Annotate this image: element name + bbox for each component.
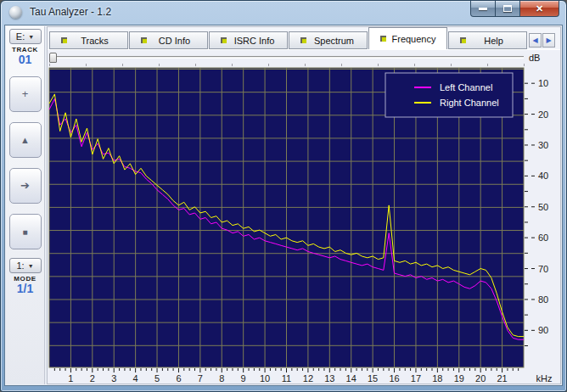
x-tick-label: 18 <box>432 373 442 384</box>
y-tick-label: 80 <box>538 294 548 305</box>
eject-icon: ▲ <box>20 135 30 145</box>
caption-buttons: ✕ <box>470 1 559 17</box>
titlebar[interactable]: Tau Analyzer - 1.2 ✕ <box>1 1 566 25</box>
next-button[interactable]: ➔ <box>9 168 42 204</box>
frequency-page: dB 123456789101112131415161718192021kHz1… <box>48 49 560 384</box>
legend-label: Right Channel <box>440 98 499 108</box>
slider-groove <box>49 56 524 59</box>
tab-scroll-right-button[interactable]: ▶ <box>542 33 555 48</box>
led-square-icon <box>221 37 227 43</box>
close-button[interactable]: ✕ <box>520 1 559 17</box>
y-tick-label: 60 <box>538 232 548 243</box>
chevron-down-icon: ▼ <box>28 263 34 269</box>
sidebar: E: ▼ TRACK 01 + ▲ ➔ ■ 1: ▼ MODE 1/1 <box>6 26 45 384</box>
legend <box>385 73 513 117</box>
mode-select[interactable]: 1: ▼ <box>9 258 42 273</box>
tab-tracks[interactable]: Tracks <box>49 31 128 49</box>
tab-cd-info[interactable]: CD Info <box>129 31 208 49</box>
x-tick-label: 20 <box>475 373 486 384</box>
close-icon: ✕ <box>536 4 543 14</box>
legend-label: Left Channel <box>440 82 492 92</box>
x-tick-label: 3 <box>111 373 116 384</box>
drive-select[interactable]: E: ▼ <box>9 29 42 44</box>
x-tick-label: 6 <box>176 373 181 384</box>
x-tick-label: 8 <box>219 373 224 384</box>
x-tick-label: 10 <box>260 373 270 384</box>
frequency-chart: 123456789101112131415161718192021kHz1020… <box>48 66 562 389</box>
window-title: Tau Analyzer - 1.2 <box>30 6 111 18</box>
x-tick-label: 11 <box>282 373 291 384</box>
x-tick-label: 1 <box>68 373 73 384</box>
x-tick-label: 2 <box>90 373 95 384</box>
y-tick-label: 70 <box>538 264 548 274</box>
x-tick-label: 21 <box>497 373 507 384</box>
x-tick-label: 14 <box>346 373 356 384</box>
arrow-left-icon: ◀ <box>532 36 537 44</box>
slider-thumb[interactable] <box>49 53 57 63</box>
minimize-icon <box>479 8 487 10</box>
y-tick-label: 90 <box>538 325 548 335</box>
y-tick-label: 50 <box>538 202 548 212</box>
x-tick-label: 7 <box>198 373 203 384</box>
y-tick-label: 40 <box>538 171 548 181</box>
y-tick-label: 30 <box>538 140 548 150</box>
plus-icon: + <box>22 87 29 100</box>
app-body: E: ▼ TRACK 01 + ▲ ➔ ■ 1: ▼ MODE 1/1 <box>4 25 563 386</box>
tab-scroll-left-button[interactable]: ◀ <box>529 33 542 48</box>
maximize-icon <box>503 5 512 12</box>
x-axis-unit-label: kHz <box>536 373 553 384</box>
stop-icon: ■ <box>22 227 27 237</box>
minimize-button[interactable] <box>470 1 496 17</box>
x-tick-label: 4 <box>133 373 138 384</box>
y-axis-unit-label: dB <box>529 53 540 63</box>
position-slider[interactable] <box>49 53 524 66</box>
maximize-button[interactable] <box>496 1 520 17</box>
mode-value: 1/1 <box>6 283 44 295</box>
x-tick-label: 9 <box>241 373 246 384</box>
led-square-icon <box>460 37 466 43</box>
tab-help[interactable]: Help <box>448 31 527 49</box>
led-square-icon <box>300 37 306 43</box>
main-panel: Tracks CD Info ISRC Info Spectrum Freque… <box>47 26 561 384</box>
app-window: Tau Analyzer - 1.2 ✕ E: ▼ TRACK 01 + <box>0 0 567 392</box>
stop-button[interactable]: ■ <box>9 214 42 249</box>
mode-select-value: 1: <box>16 260 24 271</box>
arrow-right-icon: ▶ <box>546 36 551 44</box>
led-square-icon <box>141 37 147 43</box>
track-number: 01 <box>6 53 44 66</box>
tab-isrc-info[interactable]: ISRC Info <box>209 31 288 49</box>
x-tick-label: 19 <box>454 373 464 384</box>
y-tick-label: 10 <box>538 78 548 88</box>
tab-spectrum[interactable]: Spectrum <box>289 31 368 49</box>
x-tick-label: 17 <box>411 373 421 384</box>
arrow-right-icon: ➔ <box>20 179 30 192</box>
led-square-icon <box>61 37 67 43</box>
add-button[interactable]: + <box>9 76 42 112</box>
tab-frequency[interactable]: Frequency <box>368 27 447 49</box>
tab-bar: Tracks CD Info ISRC Info Spectrum Freque… <box>49 27 560 49</box>
chevron-down-icon: ▼ <box>28 34 34 40</box>
y-tick-label: 20 <box>538 109 548 120</box>
led-square-icon <box>380 36 386 42</box>
app-icon <box>9 6 22 19</box>
x-tick-label: 16 <box>389 373 399 384</box>
x-tick-label: 15 <box>368 373 378 384</box>
x-tick-label: 13 <box>324 373 334 384</box>
eject-button[interactable]: ▲ <box>9 122 42 158</box>
x-tick-label: 12 <box>303 373 313 384</box>
x-tick-label: 5 <box>154 373 160 384</box>
drive-select-value: E: <box>16 31 25 42</box>
